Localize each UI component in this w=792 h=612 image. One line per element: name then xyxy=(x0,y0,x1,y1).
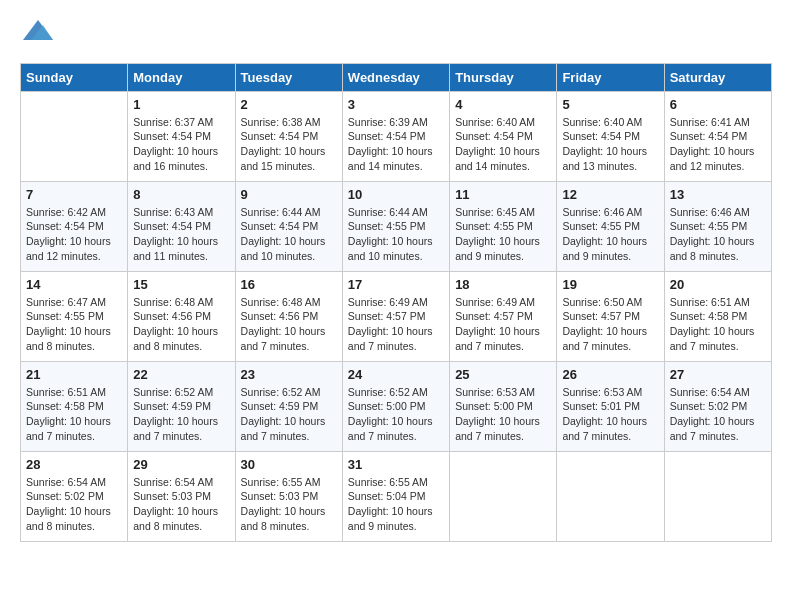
calendar-cell: 3Sunrise: 6:39 AM Sunset: 4:54 PM Daylig… xyxy=(342,91,449,181)
day-number: 11 xyxy=(455,187,551,202)
day-number: 5 xyxy=(562,97,658,112)
calendar-cell: 9Sunrise: 6:44 AM Sunset: 4:54 PM Daylig… xyxy=(235,181,342,271)
calendar-cell xyxy=(557,451,664,541)
calendar-cell: 15Sunrise: 6:48 AM Sunset: 4:56 PM Dayli… xyxy=(128,271,235,361)
day-number: 24 xyxy=(348,367,444,382)
calendar-cell: 5Sunrise: 6:40 AM Sunset: 4:54 PM Daylig… xyxy=(557,91,664,181)
day-info: Sunrise: 6:43 AM Sunset: 4:54 PM Dayligh… xyxy=(133,205,229,264)
calendar-cell: 17Sunrise: 6:49 AM Sunset: 4:57 PM Dayli… xyxy=(342,271,449,361)
day-number: 20 xyxy=(670,277,766,292)
calendar-cell: 19Sunrise: 6:50 AM Sunset: 4:57 PM Dayli… xyxy=(557,271,664,361)
day-number: 23 xyxy=(241,367,337,382)
calendar-cell: 28Sunrise: 6:54 AM Sunset: 5:02 PM Dayli… xyxy=(21,451,128,541)
day-info: Sunrise: 6:53 AM Sunset: 5:00 PM Dayligh… xyxy=(455,385,551,444)
day-info: Sunrise: 6:39 AM Sunset: 4:54 PM Dayligh… xyxy=(348,115,444,174)
calendar-cell: 29Sunrise: 6:54 AM Sunset: 5:03 PM Dayli… xyxy=(128,451,235,541)
day-info: Sunrise: 6:37 AM Sunset: 4:54 PM Dayligh… xyxy=(133,115,229,174)
day-info: Sunrise: 6:51 AM Sunset: 4:58 PM Dayligh… xyxy=(670,295,766,354)
calendar-cell: 18Sunrise: 6:49 AM Sunset: 4:57 PM Dayli… xyxy=(450,271,557,361)
day-info: Sunrise: 6:48 AM Sunset: 4:56 PM Dayligh… xyxy=(133,295,229,354)
day-number: 13 xyxy=(670,187,766,202)
day-number: 22 xyxy=(133,367,229,382)
weekday-header-thursday: Thursday xyxy=(450,63,557,91)
day-number: 17 xyxy=(348,277,444,292)
day-info: Sunrise: 6:45 AM Sunset: 4:55 PM Dayligh… xyxy=(455,205,551,264)
day-number: 10 xyxy=(348,187,444,202)
weekday-header-saturday: Saturday xyxy=(664,63,771,91)
day-info: Sunrise: 6:46 AM Sunset: 4:55 PM Dayligh… xyxy=(670,205,766,264)
calendar-cell: 11Sunrise: 6:45 AM Sunset: 4:55 PM Dayli… xyxy=(450,181,557,271)
day-number: 14 xyxy=(26,277,122,292)
day-number: 26 xyxy=(562,367,658,382)
logo xyxy=(20,20,53,45)
day-info: Sunrise: 6:40 AM Sunset: 4:54 PM Dayligh… xyxy=(562,115,658,174)
calendar-cell xyxy=(21,91,128,181)
calendar-cell: 22Sunrise: 6:52 AM Sunset: 4:59 PM Dayli… xyxy=(128,361,235,451)
calendar-cell: 2Sunrise: 6:38 AM Sunset: 4:54 PM Daylig… xyxy=(235,91,342,181)
day-number: 6 xyxy=(670,97,766,112)
weekday-header-monday: Monday xyxy=(128,63,235,91)
day-info: Sunrise: 6:44 AM Sunset: 4:55 PM Dayligh… xyxy=(348,205,444,264)
day-info: Sunrise: 6:42 AM Sunset: 4:54 PM Dayligh… xyxy=(26,205,122,264)
day-info: Sunrise: 6:54 AM Sunset: 5:02 PM Dayligh… xyxy=(26,475,122,534)
calendar: SundayMondayTuesdayWednesdayThursdayFrid… xyxy=(20,63,772,542)
calendar-cell: 1Sunrise: 6:37 AM Sunset: 4:54 PM Daylig… xyxy=(128,91,235,181)
calendar-cell: 31Sunrise: 6:55 AM Sunset: 5:04 PM Dayli… xyxy=(342,451,449,541)
day-info: Sunrise: 6:53 AM Sunset: 5:01 PM Dayligh… xyxy=(562,385,658,444)
calendar-cell: 27Sunrise: 6:54 AM Sunset: 5:02 PM Dayli… xyxy=(664,361,771,451)
day-info: Sunrise: 6:48 AM Sunset: 4:56 PM Dayligh… xyxy=(241,295,337,354)
day-number: 4 xyxy=(455,97,551,112)
weekday-header-friday: Friday xyxy=(557,63,664,91)
calendar-cell: 25Sunrise: 6:53 AM Sunset: 5:00 PM Dayli… xyxy=(450,361,557,451)
calendar-cell: 7Sunrise: 6:42 AM Sunset: 4:54 PM Daylig… xyxy=(21,181,128,271)
day-info: Sunrise: 6:44 AM Sunset: 4:54 PM Dayligh… xyxy=(241,205,337,264)
logo-icon xyxy=(23,20,53,40)
day-number: 12 xyxy=(562,187,658,202)
calendar-cell: 14Sunrise: 6:47 AM Sunset: 4:55 PM Dayli… xyxy=(21,271,128,361)
calendar-cell: 4Sunrise: 6:40 AM Sunset: 4:54 PM Daylig… xyxy=(450,91,557,181)
day-number: 30 xyxy=(241,457,337,472)
day-number: 31 xyxy=(348,457,444,472)
day-number: 7 xyxy=(26,187,122,202)
calendar-cell: 21Sunrise: 6:51 AM Sunset: 4:58 PM Dayli… xyxy=(21,361,128,451)
calendar-cell: 24Sunrise: 6:52 AM Sunset: 5:00 PM Dayli… xyxy=(342,361,449,451)
calendar-cell: 30Sunrise: 6:55 AM Sunset: 5:03 PM Dayli… xyxy=(235,451,342,541)
day-info: Sunrise: 6:54 AM Sunset: 5:02 PM Dayligh… xyxy=(670,385,766,444)
day-info: Sunrise: 6:49 AM Sunset: 4:57 PM Dayligh… xyxy=(348,295,444,354)
day-number: 1 xyxy=(133,97,229,112)
calendar-cell: 20Sunrise: 6:51 AM Sunset: 4:58 PM Dayli… xyxy=(664,271,771,361)
calendar-cell xyxy=(450,451,557,541)
day-number: 9 xyxy=(241,187,337,202)
day-number: 28 xyxy=(26,457,122,472)
calendar-cell: 13Sunrise: 6:46 AM Sunset: 4:55 PM Dayli… xyxy=(664,181,771,271)
day-number: 8 xyxy=(133,187,229,202)
weekday-header-sunday: Sunday xyxy=(21,63,128,91)
day-number: 16 xyxy=(241,277,337,292)
day-info: Sunrise: 6:55 AM Sunset: 5:03 PM Dayligh… xyxy=(241,475,337,534)
day-info: Sunrise: 6:49 AM Sunset: 4:57 PM Dayligh… xyxy=(455,295,551,354)
day-number: 15 xyxy=(133,277,229,292)
day-info: Sunrise: 6:52 AM Sunset: 4:59 PM Dayligh… xyxy=(133,385,229,444)
calendar-cell: 6Sunrise: 6:41 AM Sunset: 4:54 PM Daylig… xyxy=(664,91,771,181)
day-info: Sunrise: 6:52 AM Sunset: 4:59 PM Dayligh… xyxy=(241,385,337,444)
calendar-cell: 12Sunrise: 6:46 AM Sunset: 4:55 PM Dayli… xyxy=(557,181,664,271)
day-info: Sunrise: 6:40 AM Sunset: 4:54 PM Dayligh… xyxy=(455,115,551,174)
day-info: Sunrise: 6:38 AM Sunset: 4:54 PM Dayligh… xyxy=(241,115,337,174)
day-number: 18 xyxy=(455,277,551,292)
calendar-cell: 8Sunrise: 6:43 AM Sunset: 4:54 PM Daylig… xyxy=(128,181,235,271)
day-info: Sunrise: 6:41 AM Sunset: 4:54 PM Dayligh… xyxy=(670,115,766,174)
day-info: Sunrise: 6:55 AM Sunset: 5:04 PM Dayligh… xyxy=(348,475,444,534)
calendar-cell xyxy=(664,451,771,541)
weekday-header-tuesday: Tuesday xyxy=(235,63,342,91)
day-info: Sunrise: 6:51 AM Sunset: 4:58 PM Dayligh… xyxy=(26,385,122,444)
day-info: Sunrise: 6:50 AM Sunset: 4:57 PM Dayligh… xyxy=(562,295,658,354)
day-info: Sunrise: 6:47 AM Sunset: 4:55 PM Dayligh… xyxy=(26,295,122,354)
calendar-cell: 26Sunrise: 6:53 AM Sunset: 5:01 PM Dayli… xyxy=(557,361,664,451)
day-number: 21 xyxy=(26,367,122,382)
day-number: 3 xyxy=(348,97,444,112)
day-number: 25 xyxy=(455,367,551,382)
calendar-cell: 23Sunrise: 6:52 AM Sunset: 4:59 PM Dayli… xyxy=(235,361,342,451)
day-number: 19 xyxy=(562,277,658,292)
day-number: 2 xyxy=(241,97,337,112)
calendar-cell: 16Sunrise: 6:48 AM Sunset: 4:56 PM Dayli… xyxy=(235,271,342,361)
